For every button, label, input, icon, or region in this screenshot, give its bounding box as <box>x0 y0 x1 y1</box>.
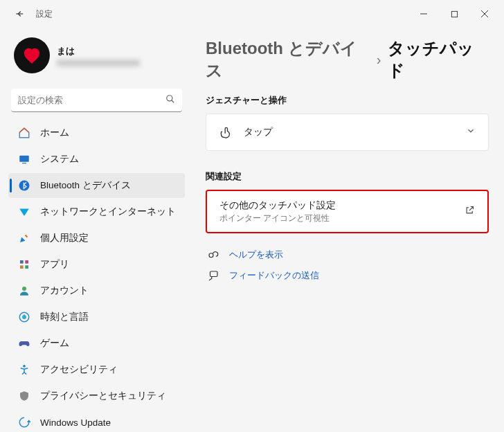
external-link-icon <box>465 205 475 218</box>
time-icon <box>18 311 30 323</box>
svg-point-15 <box>22 315 26 319</box>
sidebar-item-privacy[interactable]: プライバシーとセキュリティ <box>8 384 185 408</box>
sidebar-item-personalization[interactable]: 個人用設定 <box>8 226 185 251</box>
sidebar-item-label: アクセシビリティ <box>40 363 118 376</box>
sidebar-item-apps[interactable]: アプリ <box>8 252 185 277</box>
sidebar-item-label: プライバシーとセキュリティ <box>40 390 166 402</box>
chevron-down-icon <box>466 126 476 138</box>
svg-point-17 <box>209 253 213 258</box>
svg-rect-6 <box>19 156 29 162</box>
close-button[interactable] <box>478 7 492 21</box>
minimize-button[interactable] <box>417 7 431 21</box>
sidebar-item-time[interactable]: 時刻と言語 <box>8 305 185 330</box>
tap-title: タップ <box>244 126 455 138</box>
breadcrumb-parent[interactable]: Bluetooth とデバイス <box>206 37 370 82</box>
feedback-link[interactable]: フィードバックの送信 <box>206 269 489 282</box>
maximize-button[interactable] <box>447 7 461 21</box>
personalization-icon <box>18 232 30 244</box>
tap-icon <box>219 125 233 139</box>
back-button[interactable] <box>12 7 26 21</box>
sidebar-item-label: 時刻と言語 <box>40 311 89 323</box>
other-touchpad-title: その他のタッチパッド設定 <box>219 199 453 212</box>
svg-point-8 <box>19 181 30 191</box>
titlebar: 設定 <box>0 0 504 28</box>
svg-point-13 <box>22 287 26 291</box>
sidebar-item-home[interactable]: ホーム <box>8 120 185 145</box>
svg-rect-1 <box>451 11 457 17</box>
tap-card[interactable]: タップ <box>206 114 489 151</box>
sidebar-item-system[interactable]: システム <box>8 147 185 172</box>
sidebar-item-label: アプリ <box>40 258 69 271</box>
section-gestures-label: ジェスチャーと操作 <box>206 94 489 107</box>
profile-sub <box>57 60 140 66</box>
home-icon <box>18 127 30 139</box>
window-title: 設定 <box>36 8 53 20</box>
sidebar-item-label: ゲーム <box>40 337 69 350</box>
svg-rect-7 <box>22 163 26 163</box>
search-icon <box>165 94 175 107</box>
svg-point-16 <box>23 365 26 368</box>
apps-icon <box>18 258 30 271</box>
main-content: Bluetooth とデバイス › タッチパッド ジェスチャーと操作 タップ 関… <box>190 28 504 432</box>
feedback-label: フィードバックの送信 <box>229 269 319 282</box>
help-link[interactable]: ヘルプを表示 <box>206 249 489 261</box>
sidebar-item-gaming[interactable]: ゲーム <box>8 331 185 356</box>
sidebar-item-update[interactable]: Windows Update <box>8 410 185 432</box>
other-touchpad-settings-card[interactable]: その他のタッチパッド設定 ポインター アイコンと可視性 <box>206 190 489 233</box>
avatar <box>14 37 50 73</box>
bluetooth-icon <box>18 179 30 192</box>
svg-rect-11 <box>20 265 24 269</box>
sidebar-item-accessibility[interactable]: アクセシビリティ <box>8 357 185 382</box>
network-icon <box>18 206 30 218</box>
sidebar-item-label: Windows Update <box>40 417 111 428</box>
section-related-label: 関連設定 <box>206 170 489 183</box>
search-box[interactable] <box>11 89 182 112</box>
system-icon <box>18 153 30 165</box>
nav-list: ホーム システム Bluetooth とデバイス ネットワークとインターネット … <box>8 120 185 432</box>
svg-rect-9 <box>20 260 24 264</box>
update-icon <box>18 416 30 429</box>
profile[interactable]: まは <box>8 35 185 84</box>
feedback-icon <box>207 269 219 282</box>
help-icon <box>207 249 219 261</box>
sidebar: まは ホーム システム Bluetooth とデバイス <box>0 28 190 432</box>
breadcrumb-current: タッチパッド <box>388 37 489 82</box>
search-input[interactable] <box>11 89 182 112</box>
accessibility-icon <box>18 363 30 376</box>
svg-rect-18 <box>210 271 218 277</box>
other-touchpad-sub: ポインター アイコンと可視性 <box>219 213 453 224</box>
sidebar-item-accounts[interactable]: アカウント <box>8 278 185 303</box>
sidebar-item-label: ネットワークとインターネット <box>40 206 176 218</box>
sidebar-item-label: Bluetooth とデバイス <box>40 179 131 192</box>
sidebar-item-network[interactable]: ネットワークとインターネット <box>8 199 185 224</box>
sidebar-item-label: 個人用設定 <box>40 232 89 244</box>
help-label: ヘルプを表示 <box>229 249 283 261</box>
svg-rect-12 <box>25 265 28 269</box>
gaming-icon <box>18 337 30 350</box>
svg-rect-10 <box>25 260 28 264</box>
chevron-right-icon: › <box>377 52 381 68</box>
svg-line-5 <box>172 100 174 103</box>
breadcrumb: Bluetooth とデバイス › タッチパッド <box>206 37 489 82</box>
sidebar-item-label: ホーム <box>40 127 69 139</box>
accounts-icon <box>18 285 30 297</box>
svg-point-4 <box>167 96 172 101</box>
sidebar-item-label: システム <box>40 153 79 165</box>
sidebar-item-label: アカウント <box>40 285 89 297</box>
profile-name: まは <box>57 45 140 57</box>
privacy-icon <box>18 390 30 402</box>
sidebar-item-bluetooth[interactable]: Bluetooth とデバイス <box>8 173 185 198</box>
